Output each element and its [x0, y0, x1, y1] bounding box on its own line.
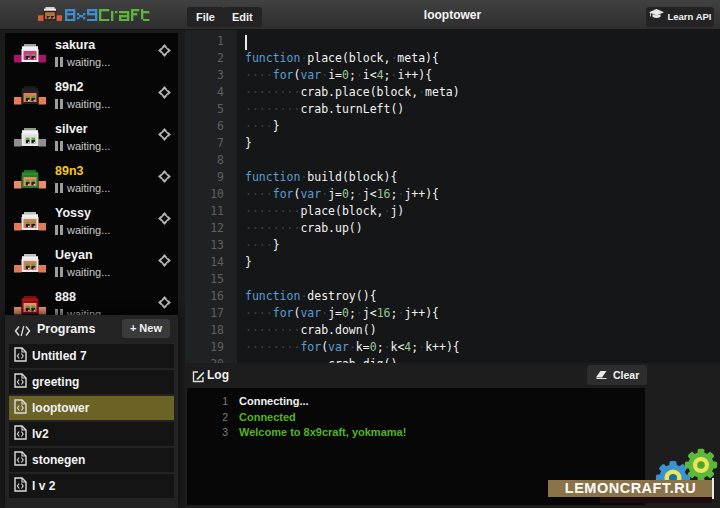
- crab-avatar-icon: [14, 212, 46, 236]
- watermark-banner: LEMONCRAFT.RU: [548, 480, 713, 497]
- crab-avatar-icon: [14, 170, 46, 194]
- code-editor[interactable]: 12function·place(block,·meta){3····for(v…: [185, 30, 720, 363]
- program-item[interactable]: stonegen: [9, 448, 174, 472]
- file-code-icon: [14, 477, 27, 496]
- log-line-number: 1: [187, 394, 228, 410]
- player-row[interactable]: 89n3waiting...: [5, 159, 178, 201]
- log-line-number: 2: [187, 410, 228, 426]
- player-row[interactable]: Ueyanwaiting...: [5, 243, 178, 285]
- editor-code-text: function·destroy(){: [245, 289, 377, 303]
- editor-code-text: ····for(var·j=0;·j<16;·j++){: [245, 187, 439, 201]
- program-item[interactable]: greeting: [9, 370, 174, 394]
- move-arrows-icon[interactable]: [158, 169, 171, 182]
- player-status-label: waiting...: [67, 182, 110, 194]
- pencil-square-icon: [192, 369, 205, 387]
- editor-code-text: }: [245, 255, 252, 269]
- editor-code-text: ····}: [245, 238, 280, 252]
- player-name: 89n3: [55, 164, 84, 178]
- editor-line-number: 18: [185, 323, 237, 337]
- programs-header: Programs + New: [5, 315, 178, 343]
- player-row[interactable]: 89n2waiting...: [5, 75, 178, 117]
- watermark-subtext: [600, 497, 712, 503]
- player-name: sakura: [55, 38, 95, 52]
- editor-code-text: ····for(var·i=0;·i<4;·i++){: [245, 68, 432, 82]
- log-line: 3Welcome to 8x9craft, yokmama!: [187, 425, 645, 441]
- editor-line-number: 10: [185, 187, 237, 201]
- move-arrows-icon[interactable]: [158, 295, 171, 308]
- editor-code-text: ········crab.place(block,·meta): [245, 85, 460, 99]
- editor-code-text: function·place(block,·meta){: [245, 51, 439, 65]
- player-status-label: waiting...: [67, 266, 110, 278]
- editor-line-number: 15: [185, 272, 237, 286]
- learn-api-button[interactable]: Learn API: [646, 7, 714, 27]
- player-name: silver: [55, 122, 88, 136]
- clear-log-button[interactable]: Clear: [587, 365, 647, 385]
- log-title: Log: [207, 363, 229, 388]
- programs-panel: Programs + New Untitled 7greetinglooptow…: [5, 315, 178, 508]
- player-name: 89n2: [55, 80, 84, 94]
- editor-line-number: 12: [185, 221, 237, 235]
- move-arrows-icon[interactable]: [158, 85, 171, 98]
- sidebar: sakurawaiting...89n2waiting...silverwait…: [0, 30, 185, 508]
- editor-line-number: 13: [185, 238, 237, 252]
- editor-code-text: ····for(var·j=0;·j<16;·j++){: [245, 306, 439, 320]
- move-arrows-icon[interactable]: [158, 127, 171, 140]
- editor-line: 11········place(block,·j): [185, 204, 720, 221]
- player-status-label: waiting...: [67, 140, 110, 152]
- editor-line: 6····}: [185, 119, 720, 136]
- editor-line-number: 19: [185, 340, 237, 354]
- program-item-label: lv2: [32, 427, 49, 441]
- pause-icon: [55, 267, 63, 277]
- player-status-label: waiting...: [67, 56, 110, 68]
- file-code-icon: [14, 451, 27, 470]
- player-name: 888: [55, 290, 76, 304]
- editor-line-number: 2: [185, 51, 237, 65]
- editor-line-number: 9: [185, 170, 237, 184]
- code-icon: [14, 323, 31, 341]
- editor-code-text: ········crab.up(): [245, 221, 363, 235]
- program-item[interactable]: lv2: [9, 422, 174, 446]
- player-status-label: waiting...: [67, 98, 110, 110]
- text-cursor: [245, 35, 247, 50]
- move-arrows-icon[interactable]: [158, 43, 171, 56]
- editor-code-text: ····}: [245, 119, 280, 133]
- editor-line-number: 7: [185, 136, 237, 150]
- player-status: waiting...: [55, 224, 110, 236]
- move-arrows-icon[interactable]: [158, 253, 171, 266]
- editor-line: 2function·place(block,·meta){: [185, 51, 720, 68]
- editor-line: 16function·destroy(){: [185, 289, 720, 306]
- editor-code-text: ········crab.turnLeft(): [245, 102, 404, 116]
- learn-api-label: Learn API: [668, 7, 712, 27]
- document-title: looptower: [185, 0, 720, 30]
- editor-line: 10····for(var·j=0;·j<16;·j++){: [185, 187, 720, 204]
- player-name: Ueyan: [55, 248, 93, 262]
- program-item[interactable]: l v 2: [9, 474, 174, 498]
- editor-line-number: 11: [185, 204, 237, 218]
- editor-line: 12········crab.up(): [185, 221, 720, 238]
- editor-line: 15: [185, 272, 720, 289]
- log-message: Welcome to 8x9craft, yokmama!: [239, 425, 406, 441]
- new-program-button[interactable]: + New: [122, 319, 170, 338]
- brand-wordmark: [65, 7, 151, 25]
- program-item-label: l v 2: [32, 479, 55, 493]
- program-item-label: stonegen: [32, 453, 85, 467]
- program-item[interactable]: Untitled 7: [9, 344, 174, 368]
- player-row[interactable]: Yossywaiting...: [5, 201, 178, 243]
- file-code-icon: [14, 399, 27, 418]
- pause-icon: [55, 99, 63, 109]
- move-arrows-icon[interactable]: [158, 211, 171, 224]
- crab-logo-icon: [38, 7, 62, 26]
- 8x9craft-app: File Edit looptower Learn API sakurawait…: [0, 0, 720, 508]
- player-row[interactable]: silverwaiting...: [5, 117, 178, 159]
- player-status: waiting...: [55, 140, 110, 152]
- program-item[interactable]: looptower: [9, 396, 174, 420]
- watermark-cursor: [712, 478, 714, 499]
- editor-line: 17····for(var·j=0;·j<16;·j++){: [185, 306, 720, 323]
- pause-icon: [55, 141, 63, 151]
- editor-line-number: 5: [185, 102, 237, 116]
- player-row[interactable]: sakurawaiting...: [5, 33, 178, 75]
- crab-avatar-icon: [14, 254, 46, 278]
- pause-icon: [55, 57, 63, 67]
- editor-code-text: }: [245, 136, 252, 150]
- brand-logo: [38, 7, 151, 25]
